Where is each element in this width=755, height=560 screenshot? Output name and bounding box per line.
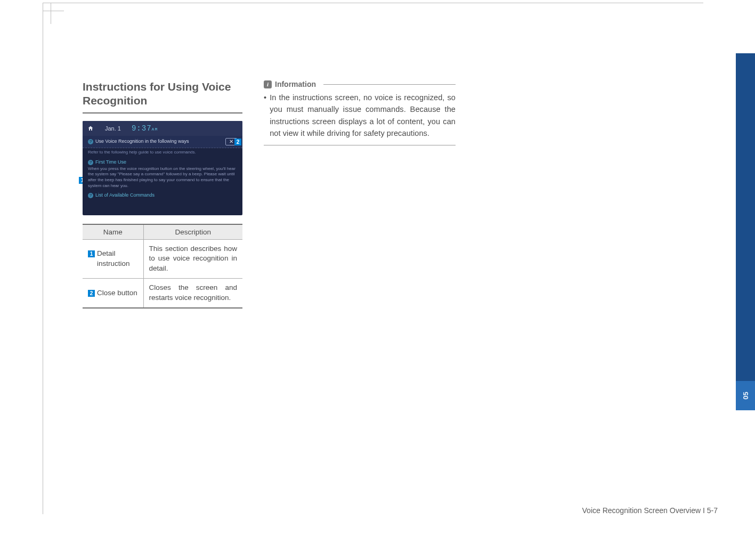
device-bar-title: Use Voice Recognition in the following w… (95, 139, 189, 144)
row-name: Close button (97, 288, 137, 298)
callout-badge: 1 (88, 250, 95, 257)
bullet-dot: • (264, 92, 266, 140)
info-header: i Information (264, 80, 456, 88)
page-footer: Voice Recognition Screen Overview I 5-7 (582, 506, 718, 515)
device-time-ampm: AM (152, 127, 158, 132)
device-screenshot-wrap: 1 Jan. 1 9:37AM ?Use Voice Recogniti (83, 121, 242, 215)
close-icon: ✕ (229, 139, 233, 144)
device-block-title-text: First Time Use (95, 159, 126, 165)
table-row: 1 Detail instruction This section descri… (83, 239, 242, 279)
info-title: Information (275, 80, 316, 88)
side-tab-chapter: 05 (736, 381, 755, 410)
info-bullet-text: In the instructions screen, no voice is … (270, 92, 456, 140)
table-head-name: Name (83, 224, 143, 240)
device-list-title: ?List of Available Commands (83, 191, 242, 200)
info-icon: i (264, 80, 272, 88)
side-tab-group: 05 (736, 53, 755, 410)
side-tab-label: 05 (742, 392, 750, 399)
device-status-bar: Jan. 1 9:37AM (83, 121, 242, 136)
info-bullet: • In the instructions screen, no voice i… (264, 92, 456, 145)
right-column: i Information • In the instructions scre… (264, 80, 456, 309)
device-block-body: When you press the voice recognition but… (88, 166, 237, 189)
device-screenshot: Jan. 1 9:37AM ?Use Voice Recognition in … (83, 121, 242, 215)
home-icon (87, 125, 94, 132)
help-icon: ? (88, 139, 93, 144)
device-block-title: ?First Time Use (88, 159, 237, 165)
left-column: Instructions for Using Voice Recognition… (83, 80, 242, 309)
callout-marker-2: 2 (234, 139, 241, 145)
device-list-title-text: List of Available Commands (95, 192, 155, 198)
row-desc: This section describes how to use voice … (143, 239, 242, 279)
row-name: Detail instruction (97, 249, 138, 269)
crop-mark-inner-h (43, 11, 64, 11)
device-time: 9:37AM (132, 124, 158, 133)
side-tab-main (736, 53, 755, 381)
section-heading: Instructions for Using Voice Recognition (83, 80, 242, 113)
crop-mark-inner-v (51, 3, 51, 24)
page-content: Instructions for Using Voice Recognition… (83, 80, 669, 309)
device-time-value: 9:37 (132, 124, 152, 133)
device-first-time-block: ?First Time Use When you press the voice… (83, 156, 242, 191)
device-subtext: Refer to the following help guide to use… (83, 148, 242, 156)
table-head-desc: Description (143, 224, 242, 240)
row-desc: Closes the screen and restarts voice rec… (143, 279, 242, 308)
table-row: 2 Close button Closes the screen and res… (83, 279, 242, 308)
info-rule (323, 84, 456, 85)
device-bar-left: ?Use Voice Recognition in the following … (88, 139, 189, 144)
reference-table: Name Description 1 Detail instruction Th… (83, 224, 242, 309)
help-icon: ? (88, 193, 93, 198)
device-date: Jan. 1 (105, 125, 121, 132)
callout-badge: 2 (88, 290, 95, 297)
help-icon: ? (88, 160, 93, 165)
device-title-bar: ?Use Voice Recognition in the following … (83, 136, 242, 148)
